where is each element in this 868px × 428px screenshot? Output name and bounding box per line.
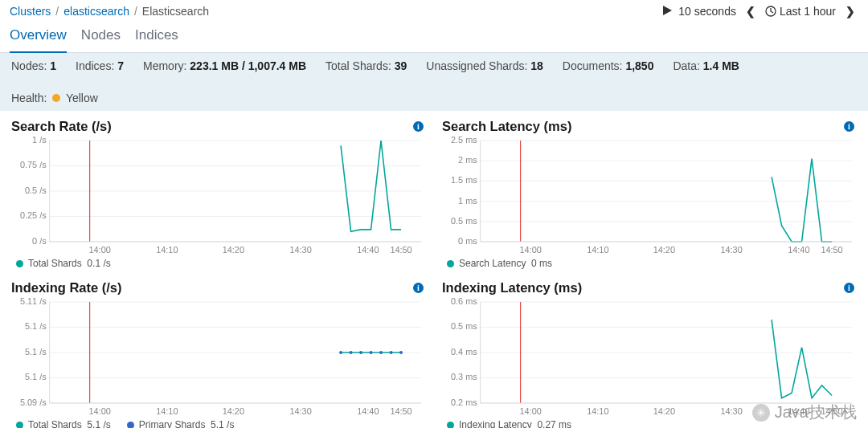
- svg-text:0.2 ms: 0.2 ms: [451, 397, 477, 407]
- svg-point-71: [399, 351, 403, 354]
- chart-title: Search Latency (ms): [442, 119, 571, 134]
- svg-text:0.4 ms: 0.4 ms: [451, 347, 477, 357]
- summary-bar: Nodes: 1 Indices: 7 Memory: 223.1 MB / 1…: [0, 53, 868, 111]
- chart-panel-search_rate: Search Rate (/s)i0 /s0.25 /s0.5 /s0.75 /…: [11, 116, 426, 272]
- breadcrumb-separator: /: [55, 5, 59, 18]
- chart-panel-indexing_rate: Indexing Rate (/s)i5.09 /s5.1 /s5.1 /s5.…: [11, 277, 426, 428]
- svg-text:i: i: [848, 122, 850, 131]
- time-range-back[interactable]: ❮: [743, 5, 759, 18]
- svg-text:14:40: 14:40: [788, 406, 809, 416]
- svg-text:i: i: [417, 283, 420, 292]
- breadcrumb-separator: /: [134, 5, 137, 18]
- legend-item: Primary Shards 5.1 /s: [127, 419, 235, 428]
- svg-text:0 ms: 0 ms: [458, 236, 477, 246]
- svg-text:14:20: 14:20: [653, 245, 675, 255]
- svg-text:1 ms: 1 ms: [458, 196, 477, 206]
- svg-point-65: [339, 351, 342, 354]
- health-dot-icon: [52, 94, 60, 102]
- play-icon[interactable]: [663, 6, 672, 18]
- svg-text:5.1 /s: 5.1 /s: [25, 321, 47, 331]
- legend-item: Indexing Latency 0.27 ms: [447, 419, 571, 428]
- breadcrumb-current: Elasticsearch: [142, 5, 209, 18]
- svg-text:14:00: 14:00: [88, 245, 110, 255]
- summary-data: Data: 1.4 MB: [673, 59, 739, 72]
- svg-text:14:30: 14:30: [289, 245, 311, 255]
- svg-text:0.25 /s: 0.25 /s: [20, 210, 47, 220]
- svg-text:5.1 /s: 5.1 /s: [25, 347, 47, 357]
- chart-legend: Search Latency 0 ms: [442, 256, 857, 272]
- svg-text:5.1 /s: 5.1 /s: [25, 372, 47, 381]
- info-icon[interactable]: i: [843, 120, 855, 132]
- svg-text:1 /s: 1 /s: [32, 136, 47, 145]
- info-icon[interactable]: i: [412, 120, 424, 132]
- chart-panel-search_latency: Search Latency (ms)i0 ms0.5 ms1 ms1.5 ms…: [442, 116, 857, 272]
- svg-text:14:50: 14:50: [821, 406, 842, 416]
- svg-text:14:10: 14:10: [587, 406, 608, 416]
- svg-point-69: [379, 351, 383, 354]
- svg-text:14:40: 14:40: [357, 406, 379, 416]
- svg-text:1.5 ms: 1.5 ms: [451, 175, 477, 185]
- svg-text:14:50: 14:50: [821, 245, 842, 255]
- chart-title: Search Rate (/s): [11, 119, 112, 134]
- svg-text:14:30: 14:30: [720, 245, 742, 255]
- svg-text:14:00: 14:00: [519, 245, 541, 255]
- refresh-interval[interactable]: 10 seconds: [678, 5, 736, 18]
- svg-text:14:00: 14:00: [519, 406, 541, 416]
- info-icon[interactable]: i: [843, 282, 855, 294]
- svg-text:5.09 /s: 5.09 /s: [20, 397, 47, 407]
- chart-title: Indexing Rate (/s): [11, 280, 122, 296]
- summary-indices: Indices: 7: [76, 59, 124, 72]
- summary-unassigned-shards: Unassigned Shards: 18: [426, 59, 543, 72]
- svg-text:0.5 ms: 0.5 ms: [451, 216, 477, 226]
- svg-text:0.3 ms: 0.3 ms: [451, 372, 477, 381]
- svg-text:2.5 ms: 2.5 ms: [451, 136, 477, 145]
- svg-text:5.11 /s: 5.11 /s: [20, 297, 47, 306]
- svg-text:i: i: [848, 283, 850, 292]
- tab-indices[interactable]: Indices: [135, 24, 178, 52]
- svg-text:0.6 ms: 0.6 ms: [451, 297, 477, 306]
- breadcrumb: Clusters / elasticsearch / Elasticsearch: [10, 5, 209, 18]
- svg-text:14:30: 14:30: [720, 406, 742, 416]
- svg-point-66: [350, 351, 353, 354]
- svg-text:14:50: 14:50: [390, 245, 411, 255]
- svg-text:14:10: 14:10: [587, 245, 608, 255]
- svg-point-68: [370, 351, 373, 354]
- summary-nodes: Nodes: 1: [11, 59, 56, 72]
- svg-point-67: [359, 351, 362, 354]
- svg-marker-0: [663, 6, 672, 15]
- legend-item: Search Latency 0 ms: [447, 258, 552, 269]
- svg-text:14:30: 14:30: [289, 406, 311, 416]
- svg-text:2 ms: 2 ms: [458, 155, 477, 165]
- tabs: Overview Nodes Indices: [0, 19, 868, 53]
- svg-text:14:10: 14:10: [156, 245, 178, 255]
- svg-text:14:40: 14:40: [357, 245, 379, 255]
- summary-documents: Documents: 1,850: [563, 59, 654, 72]
- svg-text:14:40: 14:40: [788, 245, 809, 255]
- time-range-picker[interactable]: Last 1 hour: [765, 5, 836, 18]
- svg-text:0.5 /s: 0.5 /s: [25, 185, 47, 195]
- info-icon[interactable]: i: [412, 282, 424, 294]
- chart-legend: Total Shards 5.1 /sPrimary Shards 5.1 /s: [11, 418, 426, 428]
- svg-text:14:00: 14:00: [88, 406, 110, 416]
- summary-memory: Memory: 223.1 MB / 1,007.4 MB: [143, 59, 306, 72]
- chart-title: Indexing Latency (ms): [442, 280, 582, 296]
- time-range-forward[interactable]: ❯: [842, 5, 858, 18]
- summary-health: Health: Yellow: [11, 92, 98, 104]
- legend-item: Total Shards 0.1 /s: [16, 258, 111, 269]
- svg-text:0.5 ms: 0.5 ms: [451, 321, 477, 331]
- summary-total-shards: Total Shards: 39: [326, 59, 407, 72]
- chart-legend: Indexing Latency 0.27 ms: [442, 418, 857, 428]
- svg-text:i: i: [417, 122, 420, 131]
- breadcrumb-clusters[interactable]: Clusters: [10, 5, 51, 18]
- breadcrumb-cluster[interactable]: elasticsearch: [63, 5, 129, 18]
- tab-nodes[interactable]: Nodes: [81, 24, 121, 52]
- legend-item: Total Shards 5.1 /s: [16, 419, 111, 428]
- clock-icon: [765, 6, 776, 17]
- chart-legend: Total Shards 0.1 /s: [11, 256, 426, 272]
- tab-overview[interactable]: Overview: [10, 24, 67, 53]
- svg-text:14:10: 14:10: [156, 406, 178, 416]
- chart-panel-indexing_latency: Indexing Latency (ms)i0.2 ms0.3 ms0.4 ms…: [442, 277, 857, 428]
- svg-text:14:20: 14:20: [223, 406, 244, 416]
- svg-text:0.75 /s: 0.75 /s: [20, 160, 47, 169]
- svg-text:14:50: 14:50: [390, 406, 411, 416]
